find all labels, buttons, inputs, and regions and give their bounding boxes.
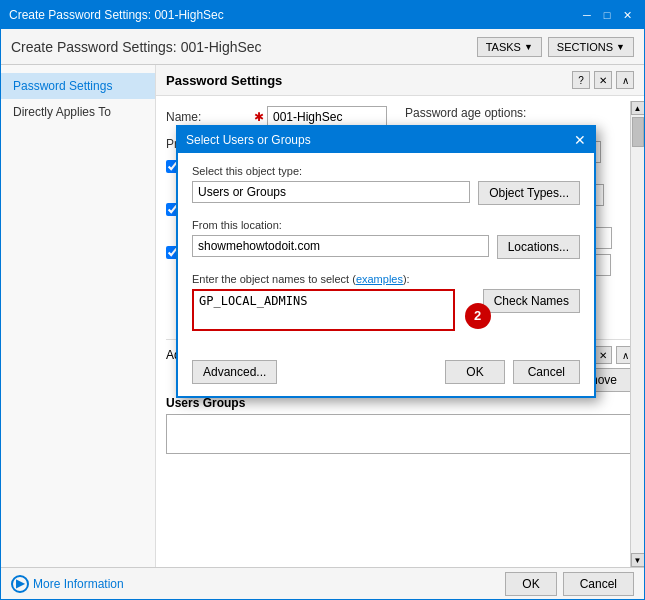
examples-link[interactable]: examples: [356, 273, 403, 285]
bottom-bar: ▶ More Information OK Cancel: [1, 567, 644, 599]
select-users-dialog: Select Users or Groups ✕ Select this obj…: [176, 125, 596, 398]
left-nav: Password Settings Directly Applies To: [1, 65, 156, 567]
check-names-button[interactable]: Check Names: [483, 289, 580, 313]
main-window: Create Password Settings: 001-HighSec ─ …: [0, 0, 645, 600]
cancel-button[interactable]: Cancel: [563, 572, 634, 596]
toolbar: Create Password Settings: 001-HighSec TA…: [1, 29, 644, 65]
nav-password-settings[interactable]: Password Settings: [1, 73, 155, 99]
sections-dropdown-arrow: ▼: [616, 42, 625, 52]
names-row: GP_LOCAL_ADMINS 2 Check Names: [192, 289, 580, 342]
location-row: Locations...: [192, 235, 580, 265]
dialog-title-bar: Select Users or Groups ✕: [178, 127, 594, 153]
object-type-input[interactable]: [192, 181, 470, 203]
title-bar-buttons: ─ □ ✕: [578, 6, 636, 24]
maximize-button[interactable]: □: [598, 6, 616, 24]
object-types-button[interactable]: Object Types...: [478, 181, 580, 205]
nav-directly-applies-to[interactable]: Directly Applies To: [1, 99, 155, 125]
names-textarea[interactable]: GP_LOCAL_ADMINS: [192, 289, 455, 331]
dialog-footer: Advanced... OK Cancel: [178, 354, 594, 396]
enter-names-label-row: Enter the object names to select (exampl…: [192, 273, 580, 285]
minimize-button[interactable]: ─: [578, 6, 596, 24]
content-area: Password Settings Directly Applies To Pa…: [1, 65, 644, 567]
info-icon: ▶: [11, 575, 29, 593]
dialog-title: Select Users or Groups: [186, 133, 311, 147]
toolbar-title: Create Password Settings: 001-HighSec: [11, 39, 471, 55]
tasks-button[interactable]: TASKS ▼: [477, 37, 542, 57]
main-panel: Password Settings ? ✕ ∧ Name: ✱: [156, 65, 644, 567]
dialog-footer-right: OK Cancel: [445, 360, 580, 384]
object-type-label: Select this object type:: [192, 165, 580, 177]
dialog-ok-button[interactable]: OK: [445, 360, 504, 384]
sections-button[interactable]: SECTIONS ▼: [548, 37, 634, 57]
more-info-label: More Information: [33, 577, 124, 591]
locations-button[interactable]: Locations...: [497, 235, 580, 259]
ok-button[interactable]: OK: [505, 572, 556, 596]
window-title: Create Password Settings: 001-HighSec: [9, 8, 224, 22]
title-bar: Create Password Settings: 001-HighSec ─ …: [1, 1, 644, 29]
dialog-cancel-button[interactable]: Cancel: [513, 360, 580, 384]
bottom-buttons: OK Cancel: [505, 572, 634, 596]
more-info-link[interactable]: ▶ More Information: [11, 575, 124, 593]
badge-2: 2: [465, 303, 491, 329]
dialog-body: Select this object type: Object Types...…: [178, 153, 594, 354]
location-input[interactable]: [192, 235, 489, 257]
location-label: From this location:: [192, 219, 580, 231]
enter-names-prefix: Enter the object names to select (: [192, 273, 356, 285]
advanced-button[interactable]: Advanced...: [192, 360, 277, 384]
close-button[interactable]: ✕: [618, 6, 636, 24]
dialog-close-button[interactable]: ✕: [574, 133, 586, 147]
object-type-row: Object Types...: [192, 181, 580, 211]
tasks-dropdown-arrow: ▼: [524, 42, 533, 52]
dialog-overlay: Select Users or Groups ✕ Select this obj…: [156, 65, 644, 567]
